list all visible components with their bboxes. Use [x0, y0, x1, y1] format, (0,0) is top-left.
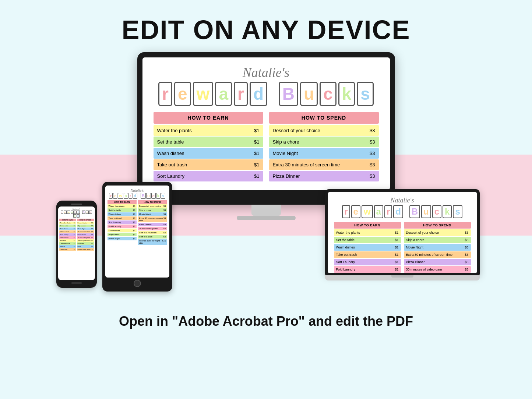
tablet-spend-row-2: Skip a chore$3 — [138, 208, 167, 212]
rb-letter-r2: r — [234, 82, 248, 106]
tablet-spend-table: HOW TO SPEND Dessert of your choice$3 Sk… — [138, 200, 167, 245]
phone-earn-row-6: Fold Laundry$1 — [59, 236, 76, 239]
monitor-earn-row-3: Wash dishes$1 — [154, 148, 263, 159]
laptop-screen-inner: Natalie's r e w a r d B u c k s — [328, 192, 477, 273]
phone-rb-c: c — [89, 211, 92, 214]
monitor-spend-table: HOW TO SPEND Dessert of your choice$3 Sk… — [269, 112, 379, 182]
tablet-spend-row-6: 30 min video game$5 — [138, 227, 167, 230]
tablet-rb-a: a — [124, 193, 128, 199]
tablet-rb-e: e — [113, 193, 117, 199]
monitor-stand — [251, 205, 281, 216]
earn-task-5: Sort Laundry — [157, 173, 184, 179]
monitor-tables: HOW TO EARN Water the plants$1 Set the t… — [154, 112, 379, 182]
laptop-earn-header: HOW TO EARN — [334, 222, 401, 229]
monitor-earn-row-4: Take out trash$1 — [154, 159, 263, 170]
tablet-spend-row-9: Friends over for night stay$10 — [138, 239, 167, 245]
spend-task-4: Extra 30 minutes of screen time — [273, 162, 340, 167]
tablet-earn-row-2: Set the table$1 — [108, 208, 137, 212]
laptop-rb-b: B — [409, 205, 420, 218]
laptop-spend-table: HOW TO SPEND Dessert of your choice$3 Sk… — [404, 222, 471, 273]
laptop-earn-6: Fold Laundry$1 — [334, 266, 401, 273]
monitor-content: Natalie's r e w a r d B u c k s — [142, 57, 390, 190]
tablet-rb-w: w — [118, 193, 123, 199]
monitor-spend-header: HOW TO SPEND — [269, 112, 379, 124]
rb-letter-s: s — [357, 82, 374, 106]
phone-natalies: Natalie's — [59, 208, 94, 210]
laptop-earn-table: HOW TO EARN Water the plants$1 Set the t… — [334, 222, 401, 273]
phone-spend-row-4: 30 min screen time$3 — [77, 230, 94, 233]
spend-amount-1: $3 — [370, 128, 375, 133]
phone-rb-e: e — [64, 211, 67, 214]
tablet-earn-row-9: Movie Night$1 — [108, 237, 137, 240]
phone-content: Natalie's r e w a r d B u c k s — [58, 206, 95, 280]
tablet-spend-row-3: Movie Night$3 — [138, 212, 167, 216]
laptop-earn-1: Water the plants$1 — [334, 229, 401, 236]
phone-rb-w: w — [67, 211, 70, 214]
tablet-home-button — [134, 280, 141, 287]
tablet-spend-row-7: Visit to a museum$5 — [138, 231, 167, 234]
monitor-spend-row-5: Pizza Dinner$3 — [269, 171, 379, 181]
phone-earn-row-9: Vacuum$2 — [59, 245, 76, 248]
monitor-spend-row-3: Movie Night$3 — [269, 148, 379, 159]
laptop: Natalie's r e w a r d B u c k s — [325, 189, 480, 280]
phone-tables: HOW TO EARN Water the plants$1 Set the t… — [59, 219, 94, 251]
phone-earn-row-7: Mop floor$2 — [59, 239, 76, 242]
spend-task-1: Dessert of your choice — [273, 128, 320, 133]
tablet-screen: Natalie's r e w a r d B u c k s — [105, 186, 169, 278]
spend-amount-4: $3 — [370, 162, 375, 167]
devices-container: Natalie's r e w a r d B u c k s — [45, 52, 487, 303]
spend-task-3: Movie Night — [273, 151, 298, 156]
phone-rb-a: a — [71, 211, 74, 214]
laptop-natalies-text: Natalie's — [334, 197, 471, 204]
phone-rb-r2: r — [74, 211, 77, 214]
monitor-reward-bucks-title: r e w a r d B u c k s — [154, 82, 379, 106]
tablet-earn-row-4: Take out trash$1 — [108, 216, 137, 220]
phone-earn-row-2: Set the table$1 — [59, 225, 76, 227]
laptop-tables: HOW TO EARN Water the plants$1 Set the t… — [334, 222, 471, 273]
phone-screen: Natalie's r e w a r d B u c k s — [58, 206, 95, 280]
rb-letter-e: e — [174, 82, 191, 106]
earn-task-4: Take out trash — [157, 162, 187, 167]
rb-letter-w: w — [193, 82, 214, 106]
tablet-rb-r2: r — [128, 193, 132, 199]
phone-rb-s: s — [77, 214, 80, 218]
laptop-rb-d: d — [393, 205, 403, 218]
tablet-earn-row-3: Wash dishes$1 — [108, 212, 137, 216]
tablet-rb-c: c — [151, 193, 156, 199]
laptop-spend-5: Pizza Dinner$3 — [404, 259, 471, 265]
laptop-body — [325, 275, 480, 280]
laptop-spend-6: 30 minutes of video gam$5 — [404, 266, 471, 273]
laptop-notch — [391, 275, 413, 278]
monitor-earn-row-5: Sort Laundry$1 — [154, 171, 263, 181]
laptop-earn-5: Sort Laundry$1 — [334, 259, 401, 265]
tablet-natalies: Natalie's — [108, 188, 167, 193]
phone-rb-u: u — [86, 211, 89, 214]
tablet-content: Natalie's r e w a r d B u c k s — [105, 186, 169, 278]
rb-space — [269, 82, 277, 106]
monitor-earn-table: HOW TO EARN Water the plants$1 Set the t… — [154, 112, 263, 182]
laptop-earn-3: Wash dishes$1 — [334, 244, 401, 251]
laptop-rb-k: k — [443, 205, 452, 218]
spend-task-2: Skip a chore — [273, 139, 299, 145]
tablet-tables: HOW TO EARN Water the plants$1 Set the t… — [108, 200, 167, 245]
tablet-spend-row-5: Pizza Dinner$3 — [138, 223, 167, 226]
phone-rb-b: B — [82, 211, 85, 214]
tablet-spend-row-8: Visit to a park$5 — [138, 235, 167, 239]
earn-amount-2: $1 — [254, 139, 259, 145]
phone-spend-row-5: Pizza Dinner$3 — [77, 233, 94, 236]
laptop-earn-4: Take out trash$1 — [334, 251, 401, 258]
phone-earn-row-10: Clean room$2 — [59, 248, 76, 251]
laptop-screen-outer: Natalie's r e w a r d B u c k s — [325, 189, 480, 275]
monitor-spend-row-1: Dessert of your choice$3 — [269, 125, 379, 136]
spend-amount-3: $3 — [370, 151, 375, 156]
phone-rb-d: d — [77, 211, 80, 214]
rb-letter-r: r — [158, 82, 172, 106]
tablet-earn-row-7: Dishwasher$1 — [108, 229, 137, 232]
monitor-spend-row-2: Skip a chore$3 — [269, 137, 379, 147]
laptop-rb-space — [404, 205, 408, 218]
phone-rb-title: r e w a r d B u c k s — [59, 211, 94, 218]
phone: Natalie's r e w a r d B u c k s — [56, 201, 97, 288]
earn-amount-1: $1 — [254, 128, 259, 133]
laptop-rb-title: r e w a r d B u c k s — [334, 205, 471, 218]
phone-earn-row-3: Wash dishes$1 — [59, 227, 76, 230]
